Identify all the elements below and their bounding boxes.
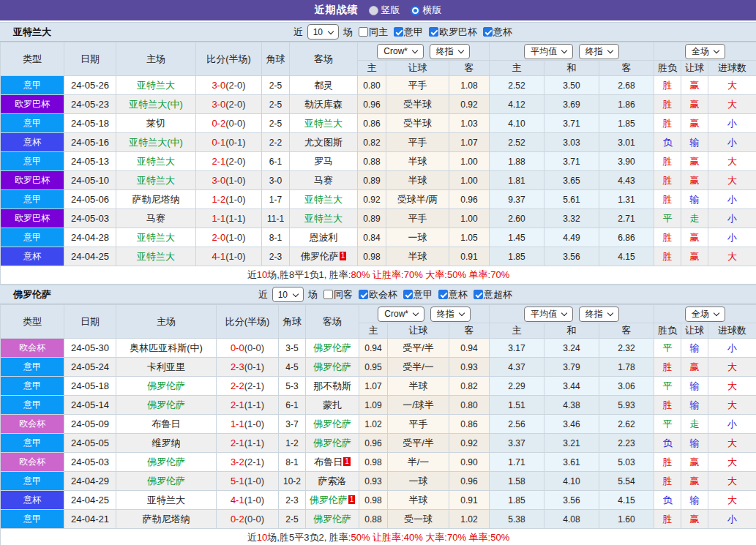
result-handicap: 赢: [681, 472, 708, 491]
final-odds-dropdown[interactable]: 终指: [430, 307, 471, 322]
avg-away-odds: 3.90: [599, 152, 654, 171]
final-odds-dropdown-2[interactable]: 终指: [579, 307, 619, 322]
rounds-select[interactable]: 10: [272, 287, 304, 302]
average-dropdown[interactable]: 平均值: [524, 44, 573, 59]
away-team: 亚特兰大: [290, 209, 358, 228]
match-date: 24-05-16: [64, 133, 116, 152]
bookmaker-dropdown[interactable]: Crow*: [377, 44, 424, 59]
handicap-line: 受半/一: [388, 358, 449, 377]
match-row: 意杯24-04-25亚特兰大4-1(1-0)2-3佛罗伦萨10.98半球0.91…: [1, 491, 756, 510]
league-type-badge: 意杯: [1, 247, 64, 266]
handicap-line: 受球半/两: [386, 190, 449, 209]
avg-draw-odds: 3.32: [544, 209, 599, 228]
away-team: 佛罗伦萨: [306, 339, 359, 358]
result-goals: 小: [708, 228, 756, 247]
league-type-badge: 欧罗巴杯: [1, 171, 64, 190]
match-row: 欧会杯24-05-09布鲁日1-1(1-0)3-7佛罗伦萨1.02平手0.862…: [1, 415, 756, 434]
avg-draw-odds: 3.44: [544, 377, 599, 396]
sub-header-avg-draw: 和: [544, 323, 599, 339]
result-goals: 小: [708, 114, 756, 133]
scope-dropdown[interactable]: 全场: [685, 44, 725, 59]
checkbox-checked-icon: [474, 290, 483, 299]
avg-draw-odds: 5.61: [544, 190, 599, 209]
match-date: 24-05-03: [64, 209, 116, 228]
league-filter-checkbox[interactable]: 意甲: [394, 26, 423, 39]
handicap-away-odds: 0.82: [449, 377, 490, 396]
average-dropdown[interactable]: 平均值: [524, 307, 573, 322]
sub-header-away-odds: 客: [449, 61, 490, 76]
away-team: 佛罗伦萨: [306, 434, 359, 453]
match-date: 24-04-21: [64, 510, 116, 529]
sub-header-avg-home: 主: [490, 61, 544, 76]
league-filter-checkbox[interactable]: 意超杯: [474, 288, 512, 301]
home-team: 卡利亚里: [116, 358, 217, 377]
league-filter-checkbox[interactable]: 意杯: [483, 26, 512, 39]
away-team-name: 蒙扎: [323, 399, 342, 410]
handicap-away-odds: 1.03: [449, 114, 490, 133]
league-filter-checkbox[interactable]: 欧会杯: [359, 288, 397, 301]
avg-draw-odds: 3.69: [544, 95, 599, 114]
summary-segment: 50% 让胜率:40% 大率:70% 单率:50%: [351, 532, 509, 543]
same-venue-checkbox[interactable]: 同主: [359, 26, 388, 39]
handicap-line: 半球: [388, 491, 449, 510]
avg-away-odds: 2.62: [599, 415, 654, 434]
handicap-line: 半球: [386, 152, 449, 171]
sub-header-avg-home: 主: [490, 323, 544, 339]
match-row: 意甲24-05-13亚特兰大2-1(2-0)6-1罗马0.88半球1.001.8…: [1, 152, 756, 171]
final-odds-dropdown-2[interactable]: 终指: [579, 44, 619, 59]
rounds-select[interactable]: 10: [307, 24, 339, 40]
avg-draw-odds: 3.03: [544, 133, 599, 152]
away-team-name: 罗马: [314, 156, 333, 167]
avg-draw-odds: 3.50: [544, 76, 599, 95]
handicap-home-odds: 0.80: [358, 76, 386, 95]
col-header-away: 客场: [306, 305, 359, 339]
scope-dropdown[interactable]: 全场: [685, 307, 725, 322]
match-row: 意杯24-04-25亚特兰大4-1(1-0)2-3佛罗伦萨10.98半球0.91…: [1, 247, 756, 266]
avg-draw-odds: 3.71: [544, 114, 599, 133]
sub-header-handicap-result: 让球: [681, 61, 708, 76]
col-header-score: 比分(半场): [217, 305, 279, 339]
col-header-corner: 角球: [262, 42, 290, 76]
league-filter-checkbox[interactable]: 意杯: [438, 288, 468, 301]
bookmaker-dropdown[interactable]: Crow*: [378, 307, 424, 322]
handicap-line: 半球: [388, 377, 449, 396]
corner-count: 1-7: [262, 190, 290, 209]
match-row: 欧罗巴杯24-05-03马赛1-1(1-1)11-1亚特兰大0.89平手1.00…: [1, 209, 756, 228]
league-filter-checkbox[interactable]: 意甲: [403, 288, 433, 301]
halftime-score: (0-0): [244, 342, 264, 353]
away-team: 萨索洛: [306, 472, 359, 491]
avg-away-odds: 1.78: [599, 358, 654, 377]
result-handicap: 输: [681, 396, 708, 415]
layout-radio-vertical[interactable]: 竖版: [369, 4, 400, 17]
avg-home-odds: 2.52: [490, 76, 544, 95]
avg-home-odds: 1.51: [490, 396, 544, 415]
league-filter-checkbox[interactable]: 欧罗巴杯: [429, 26, 477, 39]
league-type-badge: 意甲: [1, 377, 64, 396]
match-row: 意甲24-05-24卡利亚里2-3(0-1)4-5佛罗伦萨0.95受半/一0.9…: [1, 358, 756, 377]
league-filter-label: 意杯: [449, 288, 468, 301]
avg-home-odds: 3.37: [490, 434, 544, 453]
handicap-home-odds: 0.93: [359, 472, 388, 491]
home-team: 亚特兰大(中): [116, 133, 196, 152]
corner-count: 2-5: [279, 510, 306, 529]
away-team: 佛罗伦萨: [306, 358, 359, 377]
final-odds-dropdown[interactable]: 终指: [430, 44, 470, 59]
layout-radio-horizontal[interactable]: 横版: [411, 4, 442, 17]
match-row: 欧罗巴杯24-05-23亚特兰大(中)3-0(2-0)2-5勒沃库森0.96受半…: [1, 95, 756, 114]
avg-away-odds: 4.43: [599, 171, 654, 190]
corner-count: 1-2: [279, 434, 306, 453]
col-header-away: 客场: [290, 42, 358, 76]
near-label: 近: [293, 26, 303, 39]
result-handicap: 赢: [681, 152, 708, 171]
same-venue-label: 同主: [369, 26, 388, 39]
near-label: 近: [258, 288, 268, 301]
result-handicap: 赢: [681, 510, 708, 529]
home-team-name: 亚特兰大: [137, 251, 175, 262]
match-row: 意甲24-05-18佛罗伦萨2-2(2-1)5-3那不勒斯1.07半球0.822…: [1, 377, 756, 396]
league-type-badge: 欧会杯: [1, 453, 64, 472]
chevron-down-icon: [328, 28, 334, 34]
same-venue-checkbox[interactable]: 同客: [323, 288, 353, 301]
avg-away-odds: 2.23: [599, 434, 654, 453]
handicap-home-odds: 0.94: [359, 339, 388, 358]
score-halftime: 4-1(1-0): [196, 247, 262, 266]
